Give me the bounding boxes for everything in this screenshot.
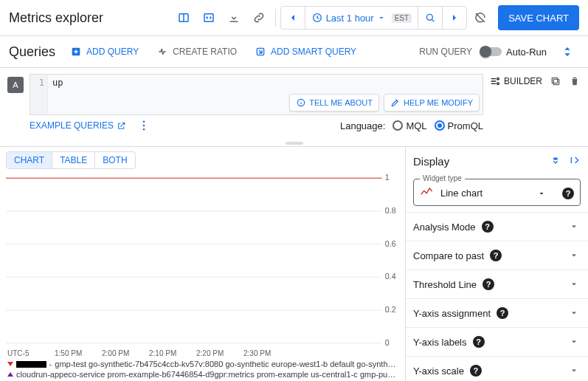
code-icon[interactable] [197,6,221,30]
more-menu-icon[interactable] [136,118,151,133]
time-zoom-button[interactable] [418,7,443,29]
help-icon[interactable]: ? [490,250,502,261]
add-smart-query-button[interactable]: ADD SMART QUERY [252,43,359,61]
svg-rect-13 [553,79,558,84]
svg-point-12 [497,83,499,85]
page-title: Metrics explorer [9,10,103,26]
display-row-y-axis-labels[interactable]: Y-axis labels? [406,327,588,356]
link-icon[interactable] [247,6,271,30]
display-row-y-axis-assignment[interactable]: Y-axis assignment? [406,298,588,327]
svg-point-9 [143,125,145,127]
time-range-selector: Last 1 hour EST [280,6,468,30]
help-icon[interactable]: ? [470,365,482,377]
chevron-down-icon [537,189,546,198]
svg-point-11 [497,78,499,80]
svg-point-4 [426,14,432,20]
view-tabs: CHART TABLE BOTH [6,151,136,169]
svg-text:0.2: 0.2 [385,305,396,314]
query-editor[interactable]: 1 up TELL ME ABOUT HELP ME MODIFY [30,74,483,115]
display-panel: Display Widget type Line chart ? Analysi… [405,147,588,381]
help-icon[interactable]: ? [497,307,508,319]
chart-area[interactable]: 00.20.40.60.81 [6,172,399,349]
example-queries-button[interactable]: EXAMPLE QUERIES [30,120,126,131]
save-chart-button[interactable]: SAVE CHART [498,5,579,30]
svg-text:1: 1 [385,174,390,182]
x-axis-ticks: UTC-51:50 PM2:00 PM2:10 PM2:20 PM2:30 PM [6,349,399,357]
legend-item[interactable]: -gmp-test go-synthetic-7b475c4ccb-kv57v:… [7,359,399,369]
language-promql-radio[interactable]: PromQL [435,120,483,131]
svg-rect-2 [204,14,213,22]
svg-text:0: 0 [385,338,390,347]
language-selector: Language: MQL PromQL [340,120,483,131]
queries-title: Queries [9,44,55,60]
time-range-button[interactable]: Last 1 hour EST [305,7,419,29]
autorefresh-off-icon[interactable] [468,6,492,30]
legend-item[interactable]: cloudrun-appeco-service prom-example-b67… [7,369,399,380]
help-icon[interactable]: ? [482,221,494,233]
display-title: Display [413,155,449,168]
collapse-panel-icon[interactable] [556,40,579,64]
language-mql-radio[interactable]: MQL [392,120,426,131]
collapse-display-icon[interactable] [569,154,581,168]
svg-rect-14 [552,78,557,83]
delete-icon[interactable] [569,75,581,89]
panel-icon[interactable] [172,6,196,30]
create-ratio-button[interactable]: CREATE RATIO [153,43,240,61]
svg-text:0.4: 0.4 [385,272,396,281]
timezone-badge: EST [392,13,412,23]
display-row-analysis-mode[interactable]: Analysis Mode? [406,212,588,241]
svg-point-8 [143,120,145,123]
add-query-button[interactable]: ADD QUERY [67,43,142,61]
resize-handle[interactable] [0,140,588,146]
top-actions: Last 1 hour EST SAVE CHART [172,5,579,30]
widget-type-select[interactable]: Widget type Line chart ? [413,179,581,206]
query-badge-a: A [7,77,24,93]
separator [275,9,276,27]
autorun-toggle[interactable]: Auto-Run [481,47,547,58]
display-row-compare-to-past[interactable]: Compare to past? [406,241,588,270]
query-text: up [48,75,67,114]
display-row-y-axis-scale[interactable]: Y-axis scale? [406,356,588,381]
help-icon[interactable]: ? [562,188,574,199]
tab-table[interactable]: TABLE [52,152,95,168]
tab-chart[interactable]: CHART [7,152,52,168]
tab-both[interactable]: BOTH [95,152,134,168]
time-next-button[interactable] [443,7,466,29]
line-chart-icon [420,187,435,199]
display-row-threshold-line[interactable]: Threshold Line? [406,270,588,298]
tell-me-about-button[interactable]: TELL ME ABOUT [289,94,379,111]
svg-text:0.6: 0.6 [385,239,396,248]
sort-icon[interactable] [550,154,561,168]
time-prev-button[interactable] [281,7,305,29]
builder-button[interactable]: BUILDER [489,75,542,87]
help-icon[interactable]: ? [482,278,494,290]
help-me-modify-button[interactable]: HELP ME MODIFY [384,94,480,111]
svg-text:0.8: 0.8 [385,206,396,215]
run-query-button[interactable]: RUN QUERY [419,47,472,57]
download-icon[interactable] [222,6,246,30]
help-icon[interactable]: ? [473,336,485,348]
chart-legend: -gmp-test go-synthetic-7b475c4ccb-kv57v:… [6,357,399,381]
duplicate-icon[interactable] [550,75,561,89]
svg-point-10 [143,128,145,131]
line-number: 1 [30,75,48,114]
